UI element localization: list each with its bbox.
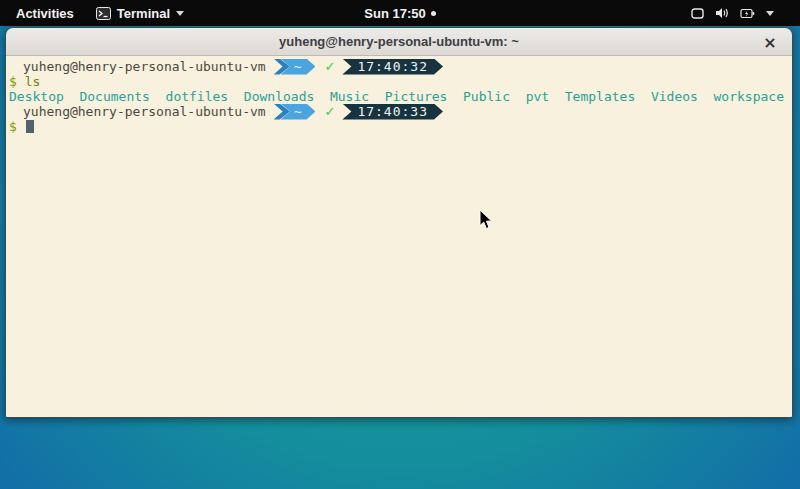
prompt-time-badge: 17:40:33 [342,104,443,120]
directory-entry: Templates [565,89,635,104]
close-icon[interactable]: × [758,28,782,56]
app-menu-terminal[interactable]: Terminal [92,0,188,26]
chevron-down-icon [176,11,184,16]
command-line: $ ls [9,74,789,89]
directory-entry: workspace [714,89,784,104]
prompt-line-2: yuheng@henry-personal-ubuntu-vm ~ ✓ 17:4… [9,104,789,119]
prompt-symbol: $ [9,74,17,89]
prompt-line-1: yuheng@henry-personal-ubuntu-vm ~ ✓ 17:4… [9,59,789,74]
clock-label: Sun 17:50 [364,6,425,21]
prompt-user-host: yuheng@henry-personal-ubuntu-vm [23,59,266,74]
top-bar: Activities Terminal Sun 17:50 [0,0,800,26]
directory-entry: Desktop [9,89,64,104]
directory-entry: Music [330,89,369,104]
notification-dot-icon [431,11,436,16]
prompt-path-badge: ~ [274,104,316,120]
battery-charging-icon [740,8,755,19]
directory-entry: pvt [526,89,549,104]
volume-icon [715,7,729,19]
directory-entry: Public [463,89,510,104]
text-cursor [26,120,34,133]
directory-entry: Pictures [385,89,448,104]
status-check-icon: ✓ [324,59,335,74]
terminal-window: yuheng@henry-personal-ubuntu-vm: ~ × yuh… [5,27,793,418]
directory-entry: Downloads [244,89,314,104]
system-status-area[interactable] [691,0,800,26]
activities-label: Activities [16,6,74,21]
app-menu-label: Terminal [117,6,170,21]
terminal-app-icon [96,7,111,20]
directory-entry: dotfiles [166,89,229,104]
titlebar[interactable]: yuheng@henry-personal-ubuntu-vm: ~ × [6,28,792,56]
status-check-icon: ✓ [324,104,335,119]
terminal-content[interactable]: yuheng@henry-personal-ubuntu-vm ~ ✓ 17:4… [6,56,792,417]
chevron-down-icon [766,11,774,16]
prompt-symbol: $ [9,119,17,134]
prompt-user-host: yuheng@henry-personal-ubuntu-vm [23,104,266,119]
directory-entry: Documents [79,89,149,104]
activities-button[interactable]: Activities [12,0,78,26]
clock-button[interactable]: Sun 17:50 [364,6,435,21]
current-input-line[interactable]: $ [9,119,789,134]
prompt-time-badge: 17:40:32 [342,59,443,75]
network-icon [691,8,704,19]
window-title: yuheng@henry-personal-ubuntu-vm: ~ [279,34,519,49]
ls-output-line: Desktop Documents dotfiles Downloads Mus… [9,89,789,104]
prompt-path-badge: ~ [274,59,316,75]
command-text: ls [25,74,41,89]
directory-entry: Videos [651,89,698,104]
